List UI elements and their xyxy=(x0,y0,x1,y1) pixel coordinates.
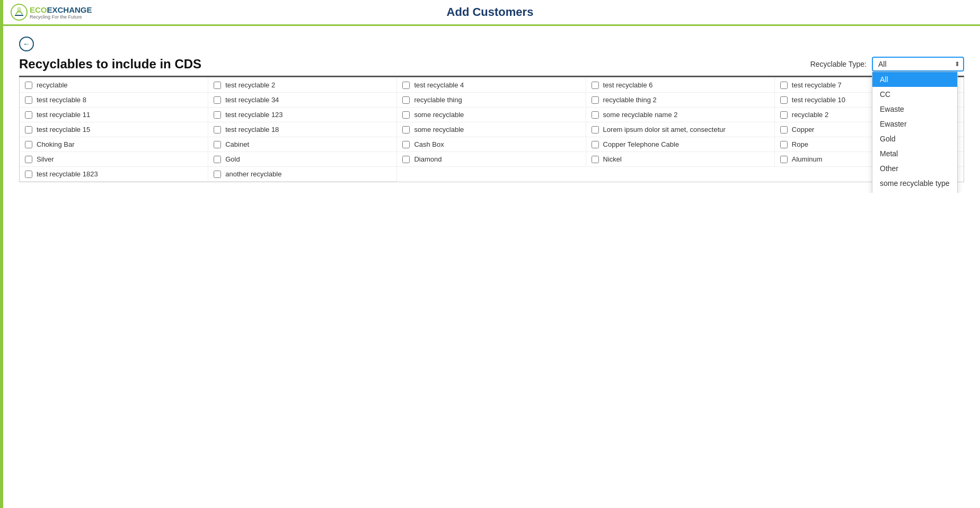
recyclable-checkbox[interactable] xyxy=(25,82,32,89)
dropdown-item-ewaste[interactable]: Ewaste xyxy=(872,102,957,117)
table-row: Lorem ipsum dolor sit amet, consectetur xyxy=(586,122,775,137)
table-row: Cash Box xyxy=(397,137,586,152)
recyclable-label: Choking Bar xyxy=(37,140,75,148)
recyclable-checkbox[interactable] xyxy=(591,96,599,104)
dropdown-item-cc[interactable]: CC xyxy=(872,87,957,102)
recyclable-label: test recyclable 15 xyxy=(37,126,90,133)
table-row: test recyclable 11 xyxy=(20,108,208,122)
table-row: Gold xyxy=(208,152,397,167)
table-row: test recyclable 4 xyxy=(397,78,586,93)
table-row: test recyclable 18 xyxy=(208,122,397,137)
dropdown-item-metal[interactable]: Metal xyxy=(872,146,957,161)
table-row: some recyclable xyxy=(397,122,586,137)
recyclable-label: test recyclable 2 xyxy=(225,81,275,89)
table-row: Cabinet xyxy=(208,137,397,152)
recyclable-checkbox[interactable] xyxy=(214,111,221,119)
table-row: some recyclable name 2 xyxy=(586,108,775,122)
recyclable-label: Cash Box xyxy=(414,140,444,148)
recyclable-checkbox[interactable] xyxy=(25,126,32,133)
recyclable-checkbox[interactable] xyxy=(591,156,599,163)
recyclable-checkbox[interactable] xyxy=(402,96,410,104)
recyclable-label: another recyclable xyxy=(225,170,281,178)
recyclable-label: Copper xyxy=(792,126,815,133)
recyclable-label: some recyclable xyxy=(414,126,464,133)
recyclable-label: recyclable xyxy=(37,81,68,89)
recyclable-label: recyclable thing xyxy=(414,96,462,104)
recyclables-grid: recyclabletest recyclable 2test recyclab… xyxy=(20,77,964,182)
dropdown-item-gold[interactable]: Gold xyxy=(872,131,957,146)
recyclable-checkbox[interactable] xyxy=(402,156,410,163)
recyclable-checkbox[interactable] xyxy=(591,126,599,133)
recyclable-label: Diamond xyxy=(414,155,442,163)
table-row: test recyclable 15 xyxy=(20,122,208,137)
table-row: Diamond xyxy=(397,152,586,167)
recyclable-checkbox[interactable] xyxy=(214,171,221,178)
recyclable-checkbox[interactable] xyxy=(214,96,221,104)
recyclable-label: Aluminum xyxy=(792,155,823,163)
recyclable-label: test recyclable 7 xyxy=(792,81,842,89)
logo-tagline: Recycling For the Future xyxy=(30,14,92,20)
logo: ECOEXCHANGE Recycling For the Future xyxy=(11,4,92,21)
table-row: Nickel xyxy=(586,152,775,167)
logo-icon xyxy=(11,4,28,21)
recyclable-checkbox[interactable] xyxy=(591,82,599,89)
recyclable-checkbox[interactable] xyxy=(780,111,788,119)
table-row: recyclable thing 2 xyxy=(586,93,775,108)
dropdown-item-test-recyclable-type[interactable]: test recyclable type xyxy=(872,191,957,193)
recyclable-label: recyclable thing 2 xyxy=(603,96,657,104)
recyclable-label: recyclable 2 xyxy=(792,111,828,119)
recyclable-type-select-wrapper[interactable]: All CC Ewaste Ewaster Gold Metal Other s… xyxy=(872,57,964,72)
table-row: test recyclable 1823 xyxy=(20,167,208,182)
dropdown-item-all[interactable]: All xyxy=(872,72,957,87)
main-content: ← Recyclables to include in CDS Recyclab… xyxy=(0,26,980,193)
recyclable-checkbox[interactable] xyxy=(780,82,788,89)
table-row: test recyclable 8 xyxy=(20,93,208,108)
recyclable-type-select[interactable]: All CC Ewaste Ewaster Gold Metal Other s… xyxy=(872,57,964,72)
recyclable-checkbox[interactable] xyxy=(214,156,221,163)
recyclable-checkbox[interactable] xyxy=(591,141,599,148)
recyclable-checkbox[interactable] xyxy=(214,126,221,133)
recyclable-checkbox[interactable] xyxy=(25,111,32,119)
recyclable-label: some recyclable name 2 xyxy=(603,111,678,119)
table-row: recyclable thing xyxy=(397,93,586,108)
recyclable-label: Silver xyxy=(37,155,54,163)
filter-row: Recyclable Type: All CC Ewaste Ewaster G… xyxy=(810,57,964,72)
table-row: Copper Telephone Cable xyxy=(586,137,775,152)
table-row: Choking Bar xyxy=(20,137,208,152)
table-row: test recyclable 6 xyxy=(586,78,775,93)
dropdown-item-other[interactable]: Other xyxy=(872,161,957,176)
recyclable-label: some recyclable xyxy=(414,111,464,119)
recyclable-checkbox[interactable] xyxy=(402,111,410,119)
table-row: Silver xyxy=(20,152,208,167)
table-row: test recyclable 2 xyxy=(208,78,397,93)
recyclable-checkbox[interactable] xyxy=(25,96,32,104)
recyclable-checkbox[interactable] xyxy=(25,141,32,148)
recyclable-checkbox[interactable] xyxy=(25,171,32,178)
dropdown-item-some-recyclable-type[interactable]: some recyclable type xyxy=(872,176,957,191)
dropdown-item-ewaster[interactable]: Ewaster xyxy=(872,117,957,131)
table-row: test recyclable 123 xyxy=(208,108,397,122)
back-button[interactable]: ← xyxy=(19,37,34,51)
recyclable-label: test recyclable 1823 xyxy=(37,170,98,178)
recyclable-checkbox[interactable] xyxy=(214,82,221,89)
recyclable-label: Gold xyxy=(225,155,240,163)
recyclable-label: Lorem ipsum dolor sit amet, consectetur xyxy=(603,126,726,133)
recyclable-checkbox[interactable] xyxy=(214,141,221,148)
recyclable-label: test recyclable 6 xyxy=(603,81,653,89)
recyclable-checkbox[interactable] xyxy=(591,111,599,119)
recyclable-checkbox[interactable] xyxy=(780,141,788,148)
table-row: test recyclable 34 xyxy=(208,93,397,108)
recyclable-checkbox[interactable] xyxy=(402,126,410,133)
recyclable-checkbox[interactable] xyxy=(25,156,32,163)
recyclable-checkbox[interactable] xyxy=(402,141,410,148)
page-header: ECOEXCHANGE Recycling For the Future Add… xyxy=(0,0,980,26)
recyclable-label: test recyclable 18 xyxy=(225,126,279,133)
recyclables-table: recyclabletest recyclable 2test recyclab… xyxy=(19,77,964,182)
section-title: Recyclables to include in CDS xyxy=(19,57,201,72)
table-row: recyclable xyxy=(20,78,208,93)
recyclable-checkbox[interactable] xyxy=(402,82,410,89)
recyclable-checkbox[interactable] xyxy=(780,96,788,104)
recyclable-checkbox[interactable] xyxy=(780,156,788,163)
recyclable-label: Copper Telephone Cable xyxy=(603,140,679,148)
recyclable-checkbox[interactable] xyxy=(780,126,788,133)
